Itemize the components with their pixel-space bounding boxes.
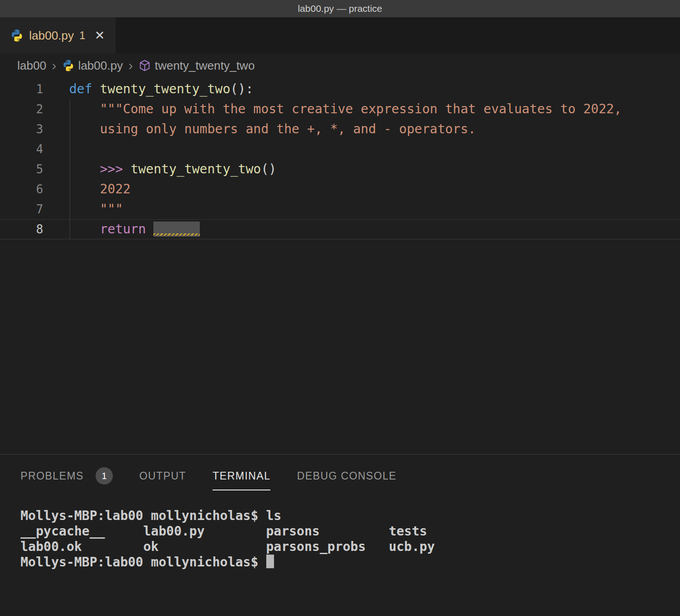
terminal-cursor <box>266 555 274 568</box>
code-line-2[interactable]: 2 """Come up with the most creative expr… <box>0 99 680 119</box>
chevron-right-icon: › <box>52 59 56 72</box>
code-token: """ <box>69 202 123 217</box>
problems-count-badge: 1 <box>96 467 113 485</box>
python-icon <box>62 59 75 72</box>
window-title: lab00.py — practice <box>298 3 382 14</box>
indent-guide <box>70 199 70 219</box>
code-text: return ______ <box>69 219 200 239</box>
line-number: 4 <box>0 139 43 159</box>
code-token: () <box>261 162 276 177</box>
line-number: 5 <box>0 159 43 179</box>
indent-guide <box>70 159 70 179</box>
breadcrumb-folder[interactable]: lab00 <box>17 59 46 73</box>
line-number: 8 <box>0 219 43 239</box>
vscode-window: lab00.py — practice lab00.py 1 ✕ lab00 ›… <box>0 0 680 616</box>
code-text: >>> twenty_twenty_two() <box>69 159 276 179</box>
code-line-6[interactable]: 6 2022 <box>0 179 680 199</box>
python-icon <box>10 29 24 42</box>
panel-tab-label: TERMINAL <box>213 470 271 482</box>
code-line-1[interactable]: 1def twenty_twenty_two(): <box>0 79 680 99</box>
line-number: 2 <box>0 99 43 119</box>
titlebar: lab00.py — practice <box>0 0 680 17</box>
terminal-line: Mollys-MBP:lab00 mollynicholas$ ls <box>20 508 680 524</box>
code-token: 2022 <box>69 182 131 197</box>
code-line-3[interactable]: 3 using only numbers and the +, *, and -… <box>0 119 680 139</box>
panel-tab-label: DEBUG CONSOLE <box>297 470 396 482</box>
terminal-text: __pycache__ lab00.py parsons tests <box>20 524 427 539</box>
code-text: """Come up with the most creative expres… <box>69 99 622 119</box>
code-text: """ <box>69 199 123 219</box>
code-token: """Come up with the most creative expres… <box>69 101 622 116</box>
code-line-7[interactable]: 7 """ <box>0 199 680 219</box>
breadcrumb-file[interactable]: lab00.py <box>78 59 123 73</box>
bottom-panel: PROBLEMS1OUTPUTTERMINALDEBUG CONSOLE Mol… <box>0 454 680 616</box>
code-lines: 1def twenty_twenty_two():2 """Come up wi… <box>0 79 680 239</box>
indent-guide <box>70 219 70 239</box>
code-token: def <box>69 81 92 96</box>
code-token: >>> <box>100 162 123 177</box>
terminal-text: lab00.ok ok parsons_probs ucb.py <box>20 539 435 554</box>
line-number: 3 <box>0 119 43 139</box>
code-editor[interactable]: 1def twenty_twenty_two():2 """Come up wi… <box>0 77 680 454</box>
code-line-5[interactable]: 5 >>> twenty_twenty_two() <box>0 159 680 179</box>
tab-label: lab00.py <box>29 29 74 43</box>
terminal-line: __pycache__ lab00.py parsons tests <box>20 524 680 539</box>
chevron-right-icon: › <box>128 59 133 72</box>
indent-guide <box>70 179 70 199</box>
panel-tab-label: OUTPUT <box>139 470 186 482</box>
panel-tab-terminal[interactable]: TERMINAL <box>213 470 271 490</box>
tab-bar: lab00.py 1 ✕ <box>0 17 680 54</box>
terminal-text: Mollys-MBP:lab00 mollynicholas$ ls <box>20 508 281 523</box>
indent-guide <box>70 139 70 159</box>
indent-guide <box>70 119 70 139</box>
code-token: using only numbers and the +, *, and - o… <box>69 121 476 136</box>
indent-guide <box>70 99 70 119</box>
code-token <box>69 222 100 237</box>
terminal-line: lab00.ok ok parsons_probs ucb.py <box>20 539 680 555</box>
code-token <box>123 162 131 177</box>
close-icon[interactable]: ✕ <box>95 28 105 43</box>
line-number: 6 <box>0 179 43 199</box>
breadcrumb: lab00 › lab00.py › twenty_twenty_two <box>0 54 680 77</box>
code-token <box>92 81 100 96</box>
terminal-line: Mollys-MBP:lab00 mollynicholas$ <box>20 555 680 570</box>
selected-placeholder: ______ <box>153 222 199 237</box>
code-token <box>146 222 154 237</box>
code-token: twenty_twenty_two <box>100 81 230 96</box>
panel-tab-output[interactable]: OUTPUT <box>139 470 186 490</box>
symbol-method-cube-icon <box>138 59 151 72</box>
panel-tab-label: PROBLEMS <box>20 470 84 482</box>
panel-tab-debug-console[interactable]: DEBUG CONSOLE <box>297 470 396 490</box>
tab-problem-count: 1 <box>79 29 85 42</box>
code-text: using only numbers and the +, *, and - o… <box>69 119 476 139</box>
code-token: (): <box>230 81 254 96</box>
breadcrumb-symbol[interactable]: twenty_twenty_two <box>155 59 255 73</box>
code-text: 2022 <box>69 179 131 199</box>
panel-tab-problems[interactable]: PROBLEMS1 <box>20 467 113 493</box>
panel-tab-bar: PROBLEMS1OUTPUTTERMINALDEBUG CONSOLE <box>0 454 680 493</box>
code-line-8[interactable]: 8 return ______ <box>0 219 680 239</box>
code-line-4[interactable]: 4 <box>0 139 680 159</box>
code-token: twenty_twenty_two <box>131 162 261 177</box>
terminal[interactable]: Mollys-MBP:lab00 mollynicholas$ ls__pyca… <box>0 493 680 570</box>
terminal-text: Mollys-MBP:lab00 mollynicholas$ <box>20 555 266 570</box>
line-number: 1 <box>0 79 43 99</box>
tab-lab00py[interactable]: lab00.py 1 ✕ <box>0 17 116 54</box>
code-text: def twenty_twenty_two(): <box>69 79 254 99</box>
code-token: return <box>100 222 146 237</box>
line-number: 7 <box>0 199 43 219</box>
code-token <box>69 162 100 177</box>
